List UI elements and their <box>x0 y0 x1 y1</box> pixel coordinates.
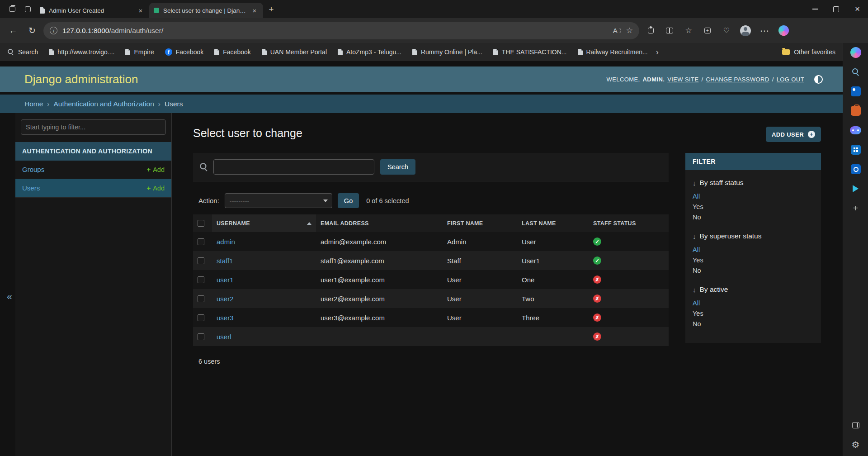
copilot-icon[interactable] <box>850 47 862 58</box>
favorite-item[interactable]: http://www.trovigo.... <box>49 48 114 56</box>
email-cell: user2@example.com <box>316 289 443 308</box>
favorite-item[interactable]: AtoZmp3 - Telugu... <box>338 48 401 56</box>
drop-icon[interactable] <box>850 183 862 195</box>
add-group-link[interactable]: Add <box>146 166 165 173</box>
favorite-item[interactable]: Search <box>7 48 38 56</box>
users-link[interactable]: Users <box>22 184 40 192</box>
breadcrumb-home-link[interactable]: Home <box>24 100 43 108</box>
microsoft-apps-icon[interactable] <box>850 144 862 156</box>
back-icon[interactable]: ← <box>5 23 21 38</box>
favorite-item[interactable]: Facebook <box>214 48 250 56</box>
sidebar-collapse-button[interactable]: « <box>4 290 15 302</box>
split-screen-icon[interactable] <box>662 23 677 38</box>
filter-option[interactable]: No <box>693 266 814 276</box>
row-checkbox[interactable] <box>198 295 204 302</box>
add-user-button[interactable]: ADD USER <box>766 127 821 142</box>
tab-actions-icon[interactable] <box>5 2 19 16</box>
favorite-item[interactable]: Rummy Online | Pla... <box>412 48 482 56</box>
maximize-button[interactable] <box>826 0 847 18</box>
new-tab-button[interactable]: + <box>265 3 278 16</box>
breadcrumb-app-link[interactable]: Authentication and Authorization <box>54 100 154 108</box>
row-checkbox[interactable] <box>198 238 204 245</box>
minimize-button[interactable] <box>804 0 826 18</box>
workspaces-icon[interactable] <box>21 2 34 16</box>
extensions-icon[interactable] <box>643 23 658 38</box>
username-link[interactable]: user1 <box>217 276 234 284</box>
select-all-checkbox[interactable] <box>198 220 204 227</box>
action-select[interactable]: --------- <box>225 193 332 208</box>
filter-option[interactable]: No <box>693 319 814 329</box>
search-input[interactable] <box>213 159 374 175</box>
favorite-star-icon[interactable] <box>626 26 633 35</box>
log-out-link[interactable]: LOG OUT <box>777 76 804 83</box>
sort-ascending-icon[interactable] <box>307 222 311 225</box>
profile-avatar[interactable] <box>738 23 753 38</box>
filter-heading[interactable]: By staff status <box>693 179 814 187</box>
read-aloud-icon[interactable] <box>613 27 621 34</box>
username-link[interactable]: admin <box>217 238 235 246</box>
favorite-item[interactable]: UAN Member Portal <box>262 48 327 56</box>
go-button[interactable]: Go <box>338 193 359 208</box>
col-header-first-name[interactable]: FIRST NAME <box>443 214 517 232</box>
filter-option[interactable]: No <box>693 212 814 223</box>
add-sidebar-app-icon[interactable] <box>850 202 862 214</box>
col-header-username[interactable]: USERNAME <box>212 214 316 232</box>
favorite-item[interactable]: Facebook <box>165 48 203 56</box>
games-icon[interactable] <box>850 124 862 136</box>
filter-option[interactable]: Yes <box>693 255 814 266</box>
sidebar-filter-input[interactable] <box>21 119 166 135</box>
copilot-icon[interactable] <box>776 23 791 38</box>
shopping-glyph-icon <box>851 86 861 96</box>
browser-tab-inactive[interactable]: Admin User Created <box>35 3 149 18</box>
username-link[interactable]: user2 <box>217 295 234 303</box>
row-checkbox[interactable] <box>198 257 204 264</box>
tools-icon[interactable] <box>850 105 862 117</box>
browser-essentials-icon[interactable] <box>719 23 734 38</box>
gamepad-glyph-icon <box>850 126 861 134</box>
close-button[interactable] <box>847 0 868 18</box>
more-menu-icon[interactable] <box>757 23 772 38</box>
gear-icon[interactable] <box>850 439 862 451</box>
col-header-last-name[interactable]: LAST NAME <box>517 214 589 232</box>
change-password-link[interactable]: CHANGE PASSWORD <box>706 76 769 83</box>
url-text: 127.0.0.1:8000/admin/auth/user/ <box>62 27 608 35</box>
other-favorites-button[interactable]: Other favorites <box>782 48 835 56</box>
username-link[interactable]: userl <box>217 333 231 341</box>
filter-option[interactable]: All <box>693 245 814 255</box>
favorites-overflow-icon[interactable] <box>656 48 659 57</box>
add-user-link[interactable]: Add <box>146 184 165 192</box>
outlook-icon[interactable] <box>850 163 862 175</box>
col-header-email[interactable]: EMAIL ADDRESS <box>316 214 443 232</box>
address-bar[interactable]: 127.0.0.1:8000/admin/auth/user/ <box>43 22 639 39</box>
shopping-icon[interactable] <box>850 86 862 97</box>
sidebar-panel-icon[interactable] <box>850 419 862 431</box>
filter-heading[interactable]: By active <box>693 285 814 294</box>
row-checkbox[interactable] <box>198 333 204 340</box>
view-site-link[interactable]: VIEW SITE <box>667 76 698 83</box>
django-header: Django administration WELCOME, ADMIN. VI… <box>0 66 843 92</box>
filter-option[interactable]: Yes <box>693 202 814 212</box>
row-checkbox[interactable] <box>198 276 204 283</box>
favorite-item[interactable]: THE SATISFACTION... <box>493 48 567 56</box>
theme-toggle-icon[interactable] <box>814 75 823 84</box>
refresh-icon[interactable]: ↻ <box>24 23 40 38</box>
search-icon[interactable] <box>850 66 862 78</box>
filter-option[interactable]: All <box>693 191 814 202</box>
username-link[interactable]: staff1 <box>217 257 233 265</box>
site-info-icon[interactable] <box>50 27 57 34</box>
search-button[interactable]: Search <box>380 159 415 175</box>
favorites-bar-icon[interactable] <box>681 23 696 38</box>
tab-close-icon[interactable] <box>137 6 145 14</box>
row-checkbox[interactable] <box>198 314 204 321</box>
groups-link[interactable]: Groups <box>22 166 44 173</box>
collections-icon[interactable] <box>700 23 715 38</box>
tab-close-icon[interactable] <box>250 6 259 14</box>
filter-heading[interactable]: By superuser status <box>693 232 814 240</box>
filter-option[interactable]: Yes <box>693 309 814 319</box>
favorite-item[interactable]: Railway Recruitmen... <box>578 48 648 56</box>
site-title[interactable]: Django administration <box>24 72 138 86</box>
browser-tab-active[interactable]: Select user to change | Django si <box>149 3 263 18</box>
favorite-item[interactable]: Empire <box>125 48 154 56</box>
filter-option[interactable]: All <box>693 298 814 309</box>
username-link[interactable]: user3 <box>217 314 234 322</box>
